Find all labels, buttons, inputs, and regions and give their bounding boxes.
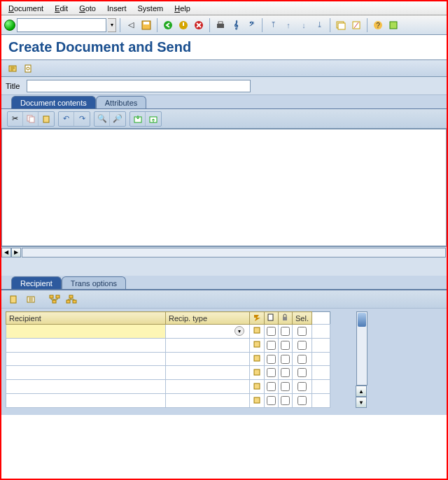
org-icon-1[interactable] (48, 292, 62, 306)
menu-edit[interactable]: Edit (49, 3, 74, 14)
attachment-icon[interactable] (21, 62, 35, 76)
menu-goto[interactable]: Goto (74, 3, 102, 14)
vscroll-thumb[interactable] (358, 313, 366, 327)
last-page-icon[interactable]: ⤓ (312, 18, 326, 32)
copy-checkbox[interactable] (267, 382, 276, 391)
menu-help[interactable]: Help (169, 3, 196, 14)
scroll-track[interactable] (22, 248, 446, 257)
recip-type-input[interactable] (166, 325, 233, 337)
scroll-up-button[interactable]: ▲ (356, 386, 367, 397)
cell-sel[interactable] (312, 338, 330, 352)
send-icon[interactable] (6, 62, 20, 76)
command-dropdown[interactable]: ▾ (108, 18, 116, 32)
back-icon[interactable]: ◁ (124, 18, 138, 32)
cell-express-icon[interactable] (250, 366, 265, 380)
recipient-input[interactable] (6, 353, 165, 365)
noforward-checkbox[interactable] (298, 327, 307, 336)
distlist-icon[interactable] (24, 292, 38, 306)
find-next-icon[interactable]: 𝄢 (244, 18, 258, 32)
col-header-copy[interactable] (265, 312, 279, 325)
cell-sel[interactable] (312, 380, 330, 394)
blind-checkbox[interactable] (281, 396, 290, 405)
exit-icon[interactable] (176, 18, 190, 32)
new-session-icon[interactable] (334, 18, 348, 32)
scroll-right-button[interactable]: ▶ (11, 248, 21, 257)
recipient-input[interactable] (6, 339, 165, 351)
noforward-checkbox[interactable] (298, 341, 307, 350)
blind-checkbox[interactable] (281, 327, 290, 336)
recipient-input[interactable] (6, 325, 165, 337)
save-icon[interactable] (139, 18, 153, 32)
recipient-input[interactable] (6, 395, 165, 407)
copy-checkbox[interactable] (267, 341, 276, 350)
copy-checkbox[interactable] (267, 396, 276, 405)
prev-page-icon[interactable]: ↑ (281, 18, 295, 32)
scroll-down-button[interactable]: ▼ (356, 397, 367, 408)
tab-document-contents[interactable]: Document contents (11, 96, 96, 108)
find-icon[interactable]: 𝄞 (229, 18, 243, 32)
copy-recip-icon[interactable] (7, 292, 21, 306)
cell-checkbox (293, 325, 312, 339)
redo-icon[interactable]: ↷ (74, 112, 90, 126)
load-local-icon[interactable] (130, 112, 146, 126)
noforward-checkbox[interactable] (298, 382, 307, 391)
back-green-icon[interactable] (161, 18, 175, 32)
col-header-express[interactable] (250, 312, 265, 325)
menu-system[interactable]: System (132, 3, 169, 14)
col-header-recipient[interactable]: Recipient (6, 312, 166, 325)
col-header-recip-type[interactable]: Recip. type (166, 312, 250, 325)
paste-icon[interactable] (38, 112, 54, 126)
cell-sel[interactable] (312, 366, 330, 380)
org-icon-2[interactable] (64, 292, 78, 306)
enter-button[interactable] (4, 20, 15, 31)
blind-checkbox[interactable] (281, 355, 290, 364)
tab-trans-options[interactable]: Trans options (62, 276, 126, 289)
vscroll-track-upper[interactable] (356, 311, 368, 386)
cell-recip-type (166, 366, 250, 380)
recipient-input[interactable] (6, 367, 165, 379)
cell-sel[interactable] (312, 394, 330, 408)
tab-recipient[interactable]: Recipient (11, 276, 62, 289)
command-field[interactable] (17, 18, 106, 32)
blind-checkbox[interactable] (281, 368, 290, 377)
cut-icon[interactable]: ✂ (8, 112, 23, 126)
noforward-checkbox[interactable] (298, 355, 307, 364)
copy-icon[interactable] (23, 112, 38, 126)
noforward-checkbox[interactable] (298, 368, 307, 377)
recip-type-f4-button[interactable]: ▾ (234, 326, 244, 336)
shortcut-icon[interactable] (349, 18, 363, 32)
help-icon[interactable]: ? (371, 18, 385, 32)
editor-textarea[interactable] (1, 129, 447, 246)
col-header-blind[interactable] (279, 312, 293, 325)
cancel-icon[interactable] (192, 18, 206, 32)
findnext-editor-icon[interactable]: 🔎 (110, 112, 125, 126)
noforward-checkbox[interactable] (298, 396, 307, 405)
tab-attributes[interactable]: Attributes (96, 96, 146, 108)
cell-express-icon[interactable] (250, 352, 265, 366)
title-input[interactable] (27, 80, 251, 92)
copy-checkbox[interactable] (267, 355, 276, 364)
cell-recip-type (166, 380, 250, 394)
first-page-icon[interactable]: ⤒ (266, 18, 280, 32)
blind-checkbox[interactable] (281, 341, 290, 350)
undo-icon[interactable]: ↶ (59, 112, 74, 126)
copy-checkbox[interactable] (267, 368, 276, 377)
save-local-icon[interactable] (146, 112, 161, 126)
next-page-icon[interactable]: ↓ (297, 18, 311, 32)
cell-express-icon[interactable] (250, 325, 265, 339)
cell-express-icon[interactable] (250, 380, 265, 394)
menu-insert[interactable]: Insert (102, 3, 132, 14)
print-icon[interactable] (214, 18, 227, 32)
find-editor-icon[interactable]: 🔍 (94, 112, 110, 126)
layout-icon[interactable] (386, 18, 400, 32)
cell-sel[interactable] (312, 325, 330, 339)
scroll-left-button[interactable]: ◀ (1, 248, 11, 257)
cell-sel[interactable] (312, 352, 330, 366)
cell-express-icon[interactable] (250, 338, 265, 352)
col-header-sel[interactable]: Sel. (293, 312, 312, 325)
cell-express-icon[interactable] (250, 394, 265, 408)
copy-checkbox[interactable] (267, 327, 276, 336)
menu-document[interactable]: Document (3, 3, 49, 14)
recipient-input[interactable] (6, 381, 165, 393)
blind-checkbox[interactable] (281, 382, 290, 391)
